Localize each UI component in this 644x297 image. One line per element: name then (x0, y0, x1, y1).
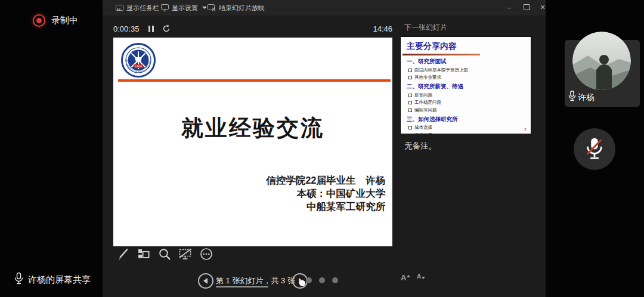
monitor-slash-icon (178, 248, 193, 261)
outline-item: 一、研究所面试 (407, 58, 526, 66)
close-button[interactable]: ✕ (537, 2, 549, 13)
slide-presenter-info: 信控学院22届毕业生 许杨 本硕：中国矿业大学 中船某军工研究所 (266, 174, 385, 213)
next-slide-outline: 一、研究所面试 面试内容基本限于简历上面 其他专业要求 二、研究所薪资、待遇 薪… (401, 58, 531, 134)
black-screen-button[interactable] (178, 247, 193, 261)
elapsed-time: 0:00:35 (113, 24, 139, 33)
preview-accent-rule (402, 54, 480, 55)
preview-slide-title: 主要分享内容 (407, 41, 531, 52)
maximize-icon (524, 4, 530, 10)
screen-share-label: 许杨的屏幕共享 (28, 274, 91, 286)
zoom-slide-button[interactable] (157, 247, 172, 261)
outline-item: 面试内容基本限于简历上面 (408, 67, 526, 73)
notes-font-decrease-button[interactable]: A (417, 273, 425, 280)
annotation-toolbar (116, 247, 213, 261)
outline-item: 二、研究所薪资、待遇 (407, 83, 526, 91)
slide-info-line: 信控学院22届毕业生 许杨 (266, 174, 385, 187)
participant-name-row: 许杨 (568, 91, 595, 103)
slide-thumbnails-icon (137, 248, 150, 261)
magnifier-icon (158, 248, 171, 261)
screen-share-banner: 许杨的屏幕共享 (14, 273, 91, 287)
pen-tool-button[interactable] (116, 247, 130, 261)
participant-name: 许杨 (578, 92, 595, 103)
microphone-icon (568, 91, 576, 103)
more-ellipsis-icon (200, 248, 213, 261)
microphone-muted-icon (584, 137, 605, 161)
next-slide-preview[interactable]: 主要分享内容 一、研究所面试 面试内容基本限于简历上面 其他专业要求 二、研究所… (401, 37, 531, 134)
outline-item: 编制等问题 (408, 107, 526, 113)
taskbar-icon (116, 4, 123, 11)
display-settings-button[interactable]: 显示设置 (161, 0, 207, 16)
preview-page-number: 2 (524, 128, 527, 132)
pen-icon (116, 248, 129, 261)
presenter-view-window: 显示任务栏 显示设置 结束幻灯片放映 – (103, 0, 546, 297)
end-slideshow-icon (208, 4, 216, 11)
participant-video-tile[interactable]: 许杨 (565, 40, 640, 107)
participant-avatar (572, 32, 631, 90)
chevron-down-icon (202, 7, 207, 9)
slide-dot[interactable] (332, 277, 338, 283)
outline-item: 其他专业要求 (408, 75, 526, 81)
meeting-stage: 录制中 许杨的屏幕共享 显示任务栏 (0, 0, 644, 297)
current-slide[interactable]: 1909 CHINA UNIVERSITY OF MINING & TECHNO… (113, 38, 392, 246)
end-slideshow-button[interactable]: 结束幻灯片放映 (208, 0, 265, 16)
presenter-titlebar: 显示任务栏 显示设置 结束幻灯片放映 – (103, 0, 546, 16)
caret-down-icon (422, 277, 425, 279)
outline-item: 三、如何选择研究所 (407, 116, 526, 123)
restart-timer-button[interactable] (162, 24, 171, 33)
see-all-slides-button[interactable] (137, 247, 151, 261)
microphone-muted-button[interactable] (574, 128, 615, 170)
next-slide-label: 下一张幻灯片 (404, 23, 447, 33)
notes-font-increase-button[interactable]: A (401, 273, 410, 282)
display-settings-label: 显示设置 (172, 4, 198, 13)
slide-dot[interactable] (319, 277, 325, 283)
outline-item: 发展前景 (408, 132, 526, 134)
caret-up-icon (407, 275, 410, 277)
outline-item: 薪资问题 (408, 92, 526, 98)
recording-dot-icon (33, 14, 45, 27)
previous-slide-button[interactable] (198, 273, 213, 289)
mouse-cursor-dot (299, 280, 305, 286)
logo-year: 1909 (135, 65, 142, 68)
arrow-left-icon (203, 278, 208, 284)
minimize-button[interactable]: – (503, 2, 515, 13)
notes-text: 无备注。 (404, 141, 436, 151)
university-logo: 1909 CHINA UNIVERSITY OF MINING & TECHNO… (121, 43, 156, 78)
pause-timer-button[interactable] (148, 26, 154, 32)
show-taskbar-button[interactable]: 显示任务栏 (116, 0, 159, 16)
slide-info-line: 本硕：中国矿业大学 (266, 187, 385, 200)
slide-counter-underline (216, 286, 268, 287)
recording-label: 录制中 (51, 15, 78, 26)
end-slideshow-label: 结束幻灯片放映 (219, 4, 265, 13)
outline-item: 城市选择 (408, 125, 526, 131)
microphone-icon (14, 273, 23, 287)
slide-dot[interactable] (306, 277, 312, 283)
timer-bar: 0:00:35 14:46 (113, 23, 392, 35)
slide-accent-rule (118, 79, 391, 82)
slide-info-line: 中船某军工研究所 (266, 200, 385, 213)
restart-icon (162, 24, 171, 33)
maximize-button[interactable] (521, 2, 532, 13)
display-settings-icon (161, 4, 169, 11)
show-taskbar-label: 显示任务栏 (126, 4, 159, 13)
more-options-button[interactable] (199, 247, 213, 261)
clock-time: 14:46 (373, 24, 392, 33)
recording-indicator: 录制中 (33, 14, 78, 27)
slide-counter: 第 1 张幻灯片，共 3 张 (216, 276, 295, 286)
outline-item: 工作稳定问题 (408, 100, 526, 106)
slide-title: 就业经验交流 (113, 113, 392, 143)
